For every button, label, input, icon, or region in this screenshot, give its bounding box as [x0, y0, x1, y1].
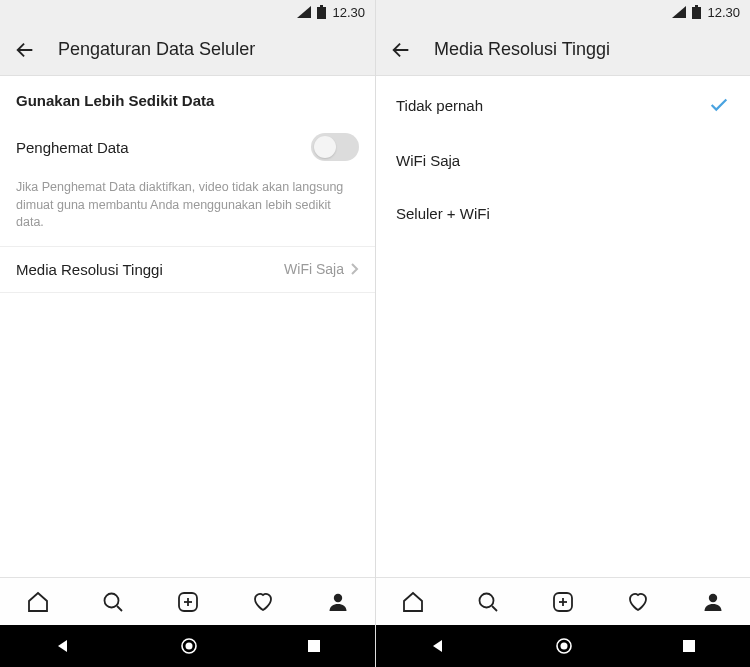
option-label: WiFi Saja — [396, 152, 460, 169]
status-bar: 12.30 — [376, 0, 750, 24]
data-saver-helper: Jika Penghemat Data diaktifkan, video ti… — [0, 175, 375, 247]
svg-point-7 — [333, 593, 341, 601]
option-label: Seluler + WiFi — [396, 205, 490, 222]
content-area: Tidak pernah WiFi Saja Seluler + WiFi — [376, 76, 750, 577]
tab-bar — [0, 577, 375, 625]
profile-icon[interactable] — [701, 590, 725, 614]
add-icon[interactable] — [551, 590, 575, 614]
content-area: Gunakan Lebih Sedikit Data Penghemat Dat… — [0, 76, 375, 577]
svg-rect-10 — [308, 640, 320, 652]
svg-rect-11 — [695, 5, 698, 7]
battery-icon — [692, 5, 701, 19]
android-nav — [376, 625, 750, 667]
svg-rect-0 — [320, 5, 323, 7]
app-header: Media Resolusi Tinggi — [376, 24, 750, 76]
high-res-value: WiFi Saja — [284, 261, 344, 277]
svg-point-20 — [560, 643, 567, 650]
option-wifi[interactable]: WiFi Saja — [376, 134, 750, 187]
toggle-knob — [314, 136, 336, 158]
search-icon[interactable] — [101, 590, 125, 614]
search-icon[interactable] — [476, 590, 500, 614]
svg-line-3 — [117, 606, 122, 611]
phone-right: 12.30 Media Resolusi Tinggi Tidak pernah… — [375, 0, 750, 667]
app-header: Pengaturan Data Seluler — [0, 24, 375, 76]
signal-icon — [672, 6, 686, 18]
svg-rect-1 — [317, 7, 326, 19]
page-title: Pengaturan Data Seluler — [58, 39, 255, 60]
status-time: 12.30 — [707, 5, 740, 20]
nav-home-icon[interactable] — [555, 637, 573, 655]
high-res-label: Media Resolusi Tinggi — [16, 261, 163, 278]
profile-icon[interactable] — [326, 590, 350, 614]
home-icon[interactable] — [26, 590, 50, 614]
add-icon[interactable] — [176, 590, 200, 614]
svg-point-13 — [480, 593, 494, 607]
data-saver-toggle[interactable] — [311, 133, 359, 161]
nav-back-icon[interactable] — [55, 638, 71, 654]
option-cellular-wifi[interactable]: Seluler + WiFi — [376, 187, 750, 240]
signal-icon — [297, 6, 311, 18]
home-icon[interactable] — [401, 590, 425, 614]
battery-icon — [317, 5, 326, 19]
nav-home-icon[interactable] — [180, 637, 198, 655]
svg-point-9 — [185, 643, 192, 650]
high-res-row[interactable]: Media Resolusi Tinggi WiFi Saja — [0, 247, 375, 293]
check-icon — [708, 94, 730, 116]
back-icon[interactable] — [390, 39, 412, 61]
heart-icon[interactable] — [251, 590, 275, 614]
nav-back-icon[interactable] — [430, 638, 446, 654]
nav-recent-icon[interactable] — [682, 639, 696, 653]
option-never[interactable]: Tidak pernah — [376, 76, 750, 134]
status-bar: 12.30 — [0, 0, 375, 24]
option-label: Tidak pernah — [396, 97, 483, 114]
high-res-value-wrap: WiFi Saja — [284, 261, 359, 277]
page-title: Media Resolusi Tinggi — [434, 39, 610, 60]
back-icon[interactable] — [14, 39, 36, 61]
chevron-right-icon — [350, 262, 359, 276]
status-time: 12.30 — [332, 5, 365, 20]
android-nav — [0, 625, 375, 667]
data-saver-label: Penghemat Data — [16, 139, 129, 156]
svg-point-2 — [104, 593, 118, 607]
tab-bar — [376, 577, 750, 625]
svg-line-14 — [492, 606, 497, 611]
svg-rect-21 — [683, 640, 695, 652]
nav-recent-icon[interactable] — [307, 639, 321, 653]
svg-rect-12 — [692, 7, 701, 19]
heart-icon[interactable] — [626, 590, 650, 614]
section-title: Gunakan Lebih Sedikit Data — [0, 76, 375, 119]
phone-left: 12.30 Pengaturan Data Seluler Gunakan Le… — [0, 0, 375, 667]
svg-point-18 — [708, 593, 716, 601]
data-saver-row[interactable]: Penghemat Data — [0, 119, 375, 175]
